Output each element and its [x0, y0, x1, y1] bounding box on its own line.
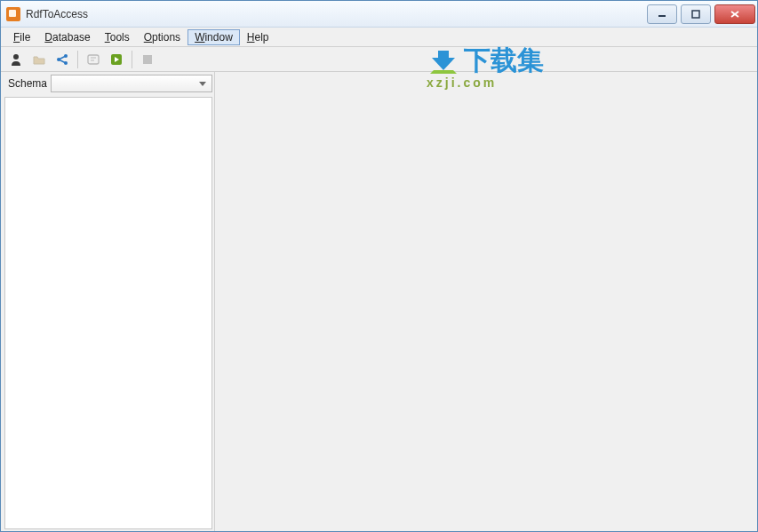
content-area: Schema [1, 72, 757, 531]
menu-tools[interactable]: ToolsTools [98, 29, 137, 45]
run-icon [109, 52, 124, 67]
toolbar-stop-button[interactable] [138, 50, 157, 69]
menubar: FFileile DatabaseDatabase ToolsTools Opt… [1, 28, 757, 47]
svg-line-8 [59, 56, 66, 60]
toolbar-share-button[interactable] [52, 50, 72, 69]
stop-icon [140, 52, 155, 67]
menu-file[interactable]: FFileile [6, 29, 37, 45]
window-controls [647, 4, 757, 24]
toolbar-query-button[interactable] [84, 50, 103, 69]
svg-rect-10 [88, 55, 99, 64]
titlebar: RdfToAccess [1, 1, 757, 28]
svg-rect-1 [692, 11, 699, 18]
menu-window-label: indow [204, 31, 232, 44]
schema-label: Schema [4, 77, 47, 90]
menu-window[interactable]: WindowWindow [188, 29, 240, 45]
minimize-icon [658, 10, 666, 19]
folder-icon [32, 52, 46, 67]
menu-help[interactable]: HelpHelp [240, 29, 276, 45]
app-icon [6, 7, 20, 21]
left-panel: Schema [1, 72, 215, 531]
menu-database[interactable]: DatabaseDatabase [37, 29, 97, 45]
user-icon [9, 52, 23, 67]
menu-options[interactable]: OptionsOptions [137, 29, 188, 45]
share-icon [55, 52, 69, 67]
menu-tools-label: ools [110, 31, 130, 44]
menu-help-label: elp [254, 31, 268, 44]
window-title: RdfToAccess [26, 8, 88, 20]
svg-point-4 [13, 54, 19, 60]
query-icon [86, 52, 100, 67]
svg-rect-14 [143, 55, 152, 64]
close-icon [730, 10, 740, 19]
toolbar-run-button[interactable] [107, 50, 126, 69]
maximize-icon [691, 10, 700, 19]
menu-file-label: Fileile [20, 31, 30, 44]
menu-options-label: ptions [152, 31, 180, 44]
schema-row: Schema [4, 74, 212, 93]
toolbar [1, 47, 757, 72]
schema-select[interactable] [51, 75, 212, 92]
svg-line-9 [59, 60, 66, 63]
close-button[interactable] [714, 4, 755, 24]
object-tree[interactable] [4, 97, 212, 529]
main-panel [215, 72, 757, 531]
toolbar-logon-button[interactable] [6, 50, 26, 69]
app-window: RdfToAccess FFileile DatabaseDatabase To… [0, 0, 758, 532]
toolbar-separator [77, 51, 78, 68]
toolbar-open-button[interactable] [29, 50, 49, 69]
maximize-button[interactable] [681, 4, 711, 24]
minimize-button[interactable] [647, 4, 677, 24]
svg-rect-0 [658, 15, 666, 17]
menu-database-label: atabase [52, 31, 91, 44]
toolbar-separator-2 [132, 51, 132, 68]
